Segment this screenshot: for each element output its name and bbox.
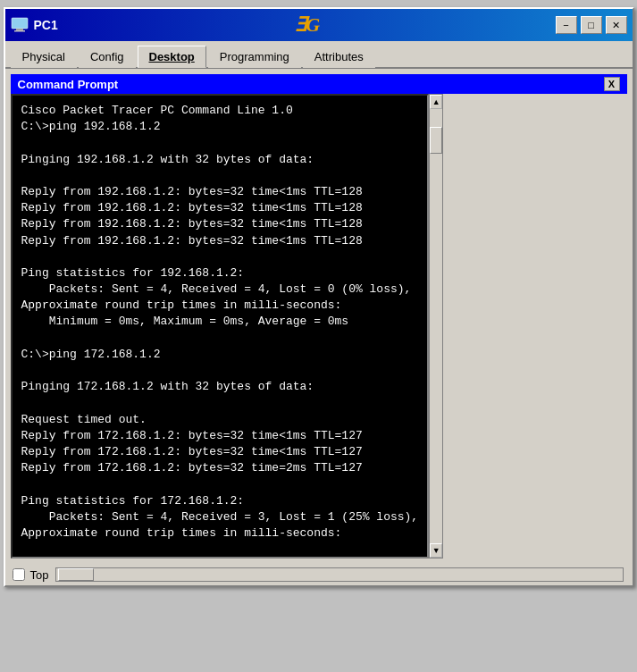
tab-physical[interactable]: Physical <box>11 46 77 68</box>
terminal[interactable]: Cisco Packet Tracer PC Command Line 1.0 … <box>11 94 430 559</box>
window-title: PC1 <box>34 18 58 32</box>
scroll-down-button[interactable]: ▼ <box>430 543 442 558</box>
main-window: PC1 ƎG − □ ✕ Physical Config Desktop Pro… <box>4 7 634 587</box>
tab-programming[interactable]: Programming <box>208 46 301 68</box>
tab-desktop[interactable]: Desktop <box>138 46 206 68</box>
minimize-button[interactable]: − <box>556 16 577 34</box>
tab-attributes[interactable]: Attributes <box>303 46 375 68</box>
top-label: Top <box>30 568 49 582</box>
h-scrollbar-thumb <box>58 568 94 581</box>
content-area: Command Prompt X Cisco Packet Tracer PC … <box>5 69 633 564</box>
command-prompt-close[interactable]: X <box>604 77 620 91</box>
terminal-wrapper: Cisco Packet Tracer PC Command Line 1.0 … <box>11 94 627 559</box>
tab-config[interactable]: Config <box>79 46 136 68</box>
svg-rect-1 <box>16 29 23 30</box>
vertical-scrollbar[interactable]: ▲ ▼ <box>429 94 443 559</box>
top-checkbox[interactable] <box>13 568 25 581</box>
title-bar: PC1 ƎG − □ ✕ <box>5 9 633 41</box>
pc-icon <box>11 16 29 34</box>
close-button[interactable]: ✕ <box>606 16 627 34</box>
tabs-bar: Physical Config Desktop Programming Attr… <box>5 41 633 69</box>
svg-rect-2 <box>14 30 25 32</box>
scrollbar-thumb[interactable] <box>430 127 442 154</box>
svg-rect-0 <box>12 18 28 29</box>
horizontal-scrollbar[interactable] <box>55 567 623 582</box>
scroll-up-button[interactable]: ▲ <box>430 95 442 109</box>
window-controls: − □ ✕ <box>556 16 627 34</box>
command-prompt-bar: Command Prompt X <box>11 74 627 94</box>
maximize-button[interactable]: □ <box>581 16 602 34</box>
bottom-bar: Top <box>5 564 633 585</box>
title-bar-left: PC1 <box>11 16 58 34</box>
command-prompt-title: Command Prompt <box>18 78 119 91</box>
app-logo: ƎG <box>58 13 556 37</box>
